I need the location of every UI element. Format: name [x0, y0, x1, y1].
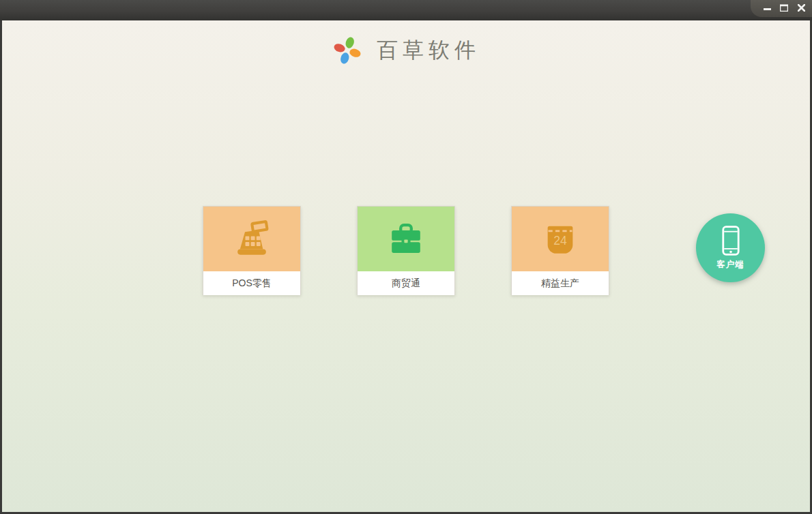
lean-card-art: 24 [512, 207, 609, 271]
app-window: 百草软件 [0, 0, 812, 514]
window-controls [751, 0, 812, 17]
close-button[interactable] [796, 3, 807, 12]
pos-card-art [203, 207, 300, 271]
briefcase-icon [387, 222, 425, 257]
calendar-day-number: 24 [553, 234, 567, 247]
title-bar[interactable] [0, 0, 812, 20]
product-card-trade[interactable]: 商贸通 [357, 206, 455, 295]
main-content: 百草软件 [2, 20, 810, 512]
product-card-lean[interactable]: 24 精益生产 [511, 206, 609, 295]
pinwheel-logo-icon [332, 35, 363, 65]
maximize-button[interactable] [779, 3, 789, 12]
close-icon [798, 4, 805, 12]
client-button[interactable]: 客户端 [696, 213, 765, 282]
minimize-icon [764, 4, 771, 11]
calendar-icon: 24 [543, 222, 577, 257]
app-title: 百草软件 [377, 36, 480, 65]
cash-register-icon [232, 220, 272, 259]
client-button-label: 客户端 [716, 259, 744, 271]
trade-card-art [358, 207, 454, 271]
app-header: 百草软件 [2, 35, 810, 65]
trade-card-label: 商贸通 [358, 271, 454, 295]
maximize-icon [780, 4, 788, 12]
pos-card-label: POS零售 [203, 271, 300, 295]
product-card-pos[interactable]: POS零售 [203, 206, 301, 295]
smartphone-icon [721, 225, 740, 256]
minimize-button[interactable] [762, 3, 772, 12]
lean-card-label: 精益生产 [512, 271, 609, 295]
